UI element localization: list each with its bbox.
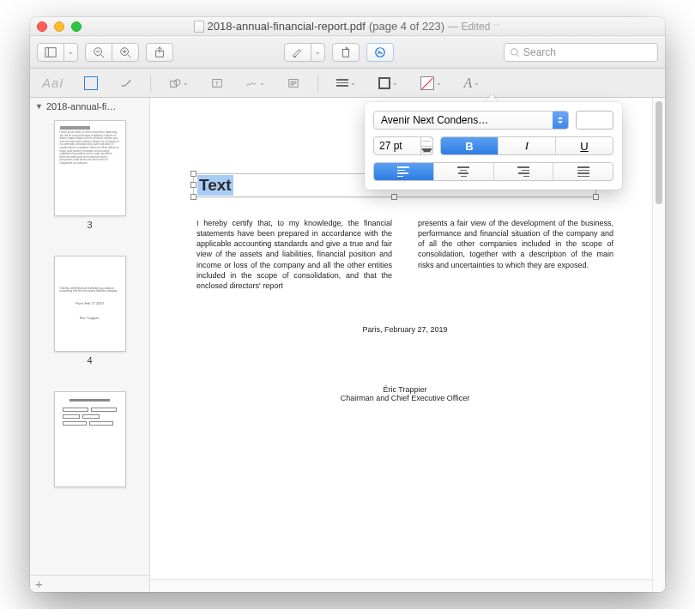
body-column-right: presents a fair view of the development … — [418, 218, 613, 291]
markup-button[interactable] — [366, 43, 394, 62]
text-selection-tool-icon[interactable]: AaI — [37, 75, 70, 90]
text-style-button[interactable]: A⌄ — [456, 74, 488, 93]
align-right-button[interactable] — [494, 163, 554, 180]
zoom-in-button[interactable] — [112, 44, 138, 61]
zoom-out-button[interactable] — [86, 44, 112, 61]
thumbnail-page-number: 4 — [87, 355, 92, 365]
text-color-swatch[interactable] — [576, 111, 613, 130]
document-icon — [194, 21, 204, 33]
resize-handle-icon[interactable] — [391, 194, 397, 200]
title-bar: 2018-annual-financial-report.pdf (page 4… — [30, 17, 665, 36]
thumbnails-list[interactable]: Lorem ipsum dolor sit amet consectetur a… — [30, 115, 149, 575]
horizontal-scrollbar-track[interactable] — [150, 579, 652, 592]
sketch-tool-icon[interactable] — [112, 74, 140, 93]
title-chevron-icon: ﹀ — [493, 21, 501, 32]
underline-button[interactable]: U — [556, 137, 613, 154]
highlight-segmented[interactable]: ⌄ — [284, 43, 325, 62]
app-window: 2018-annual-financial-report.pdf (page 4… — [30, 17, 665, 592]
font-family-value: Avenir Next Condens… — [381, 114, 488, 126]
svg-line-3 — [101, 54, 105, 57]
vertical-scrollbar-track[interactable] — [652, 98, 665, 592]
font-size-stepper[interactable] — [420, 136, 433, 155]
vertical-scrollbar-thumb[interactable] — [656, 101, 662, 204]
sign-tool-button[interactable]: ⌄ — [238, 74, 273, 93]
sidebar-footer: + — [30, 575, 149, 592]
thumbnail-page-number: 3 — [87, 220, 92, 230]
fill-color-button[interactable]: ⌄ — [413, 74, 450, 93]
view-mode-segmented[interactable]: ⌄ — [37, 43, 78, 62]
markup-toolbar: AaI ⌄ T ⌄ ⌄ ⌄ ⌄ A⌄ — [30, 69, 665, 98]
note-tool-button[interactable] — [280, 74, 307, 93]
body-column-left: I hereby certify that, to my knowledge, … — [196, 218, 392, 291]
search-icon — [510, 47, 520, 57]
sidebar-doc-label: 2018-annual-fi… — [46, 101, 116, 112]
stepper-down-icon[interactable] — [421, 147, 432, 155]
sidebar-doc-header[interactable]: ▼ 2018-annual-fi… — [30, 98, 149, 115]
resize-handle-icon[interactable] — [190, 182, 196, 188]
window-edited-label: — Edited — [448, 21, 490, 33]
text-annotation-value[interactable]: Text — [197, 175, 233, 196]
window-page-info: (page 4 of 223) — [369, 20, 444, 33]
thumbnails-sidebar: ▼ 2018-annual-fi… Lorem ipsum dolor sit … — [30, 98, 150, 592]
share-button[interactable] — [146, 43, 173, 62]
svg-text:T: T — [215, 80, 219, 86]
select-stepper-icon[interactable] — [553, 111, 568, 130]
text-tool-button[interactable]: T — [203, 74, 231, 93]
window-title[interactable]: 2018-annual-financial-report.pdf (page 4… — [30, 20, 665, 33]
align-justify-button[interactable] — [553, 163, 613, 180]
search-placeholder: Search — [523, 46, 556, 58]
highlight-chevron-icon[interactable]: ⌄ — [311, 44, 324, 61]
signer-name: Éric Trappier — [196, 385, 613, 394]
border-style-button[interactable]: ⌄ — [329, 74, 364, 93]
rectangular-selection-tool[interactable] — [76, 74, 106, 93]
text-align-segmented — [373, 162, 613, 181]
thumbnail-page[interactable]: I hereby certify financial statements ac… — [30, 256, 149, 365]
svg-rect-0 — [45, 47, 56, 57]
bold-button[interactable]: B — [441, 137, 499, 154]
text-style-popover: Avenir Next Condens… 27 pt B I U — [365, 102, 622, 190]
signer-title: Chairman and Chief Executive Officer — [196, 394, 613, 402]
svg-line-15 — [517, 54, 519, 57]
text-style-segmented: B I U — [440, 136, 613, 155]
body-columns: I hereby certify that, to my knowledge, … — [196, 218, 613, 291]
thumbnail-page[interactable] — [30, 391, 149, 491]
resize-handle-icon[interactable] — [190, 194, 196, 200]
shapes-tool-button[interactable]: ⌄ — [161, 74, 196, 93]
main-toolbar: ⌄ ⌄ Search — [30, 36, 665, 69]
disclosure-triangle-icon[interactable]: ▼ — [35, 102, 43, 111]
zoom-segmented — [85, 43, 139, 62]
align-center-button[interactable] — [434, 163, 494, 180]
align-left-button[interactable] — [374, 163, 434, 180]
rotate-button[interactable] — [332, 43, 360, 62]
italic-button[interactable]: I — [499, 137, 556, 154]
svg-point-14 — [511, 48, 518, 55]
font-family-select[interactable]: Avenir Next Condens… — [373, 111, 569, 130]
resize-handle-icon[interactable] — [190, 171, 196, 177]
thumbnail-page[interactable]: Lorem ipsum dolor sit amet consectetur a… — [30, 120, 149, 230]
signature-block: Éric Trappier Chairman and Chief Executi… — [196, 385, 613, 402]
resize-handle-icon[interactable] — [593, 194, 599, 200]
svg-rect-12 — [342, 49, 348, 57]
border-color-button[interactable]: ⌄ — [371, 74, 406, 93]
highlight-icon[interactable] — [285, 44, 311, 61]
add-page-button[interactable]: + — [35, 577, 43, 591]
view-mode-chevron-icon[interactable]: ⌄ — [64, 44, 77, 61]
svg-rect-16 — [170, 81, 176, 87]
window-filename: 2018-annual-financial-report.pdf — [208, 20, 366, 33]
search-field[interactable]: Search — [504, 43, 658, 62]
place-date-line: Paris, February 27, 2019 — [196, 325, 613, 334]
stepper-up-icon[interactable] — [421, 137, 432, 147]
font-size-field[interactable]: 27 pt — [373, 136, 433, 155]
svg-line-6 — [128, 54, 131, 57]
sidebar-view-icon[interactable] — [38, 44, 64, 61]
svg-point-17 — [174, 79, 180, 85]
font-size-value: 27 pt — [379, 140, 402, 152]
